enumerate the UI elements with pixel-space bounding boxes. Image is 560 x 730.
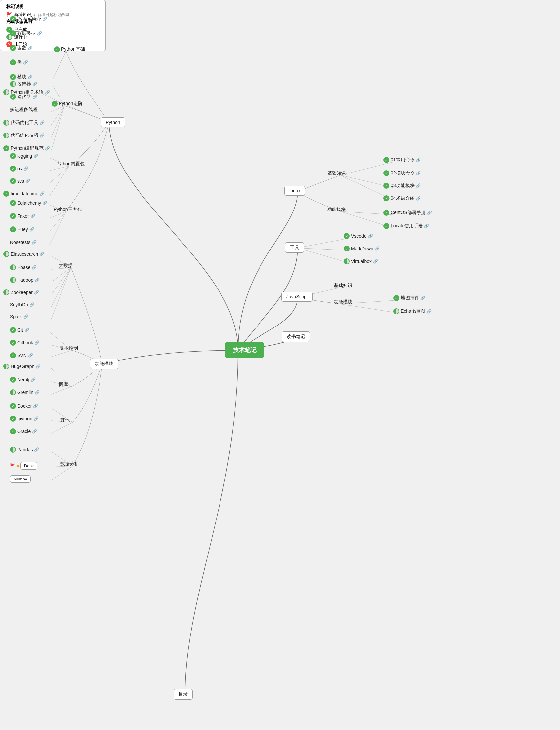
center-label[interactable]: 技术笔记 bbox=[225, 342, 264, 358]
sqlalchemy-node[interactable]: ✓ Sqlalchemy 🔗 bbox=[10, 200, 47, 206]
cmd01-label[interactable]: 01常用命令 bbox=[391, 157, 415, 163]
modules-label[interactable]: 模块 bbox=[17, 74, 26, 80]
hadoop-label[interactable]: Hadoop bbox=[17, 277, 33, 283]
hugegraph-node[interactable]: HugeGraph 🔗 bbox=[3, 364, 41, 369]
locale-link[interactable]: 🔗 bbox=[424, 224, 429, 228]
classes-link[interactable]: 🔗 bbox=[23, 60, 28, 65]
elasticsearch-link[interactable]: 🔗 bbox=[39, 252, 44, 257]
logging-label[interactable]: logging bbox=[17, 153, 32, 159]
nosetests-label[interactable]: Nosetests bbox=[10, 240, 30, 245]
time-node[interactable]: ✓ time/datetime 🔗 bbox=[3, 191, 45, 197]
cmd04-link[interactable]: 🔗 bbox=[416, 196, 421, 201]
center-node[interactable]: 技术笔记 bbox=[225, 342, 264, 358]
dask-node[interactable]: 🚩 ● Dask bbox=[10, 462, 37, 469]
linux-func-node[interactable]: 功能模块 bbox=[327, 207, 346, 213]
zookeeper-link[interactable]: 🔗 bbox=[34, 290, 39, 295]
markdown-link[interactable]: 🔗 bbox=[375, 246, 380, 251]
code-opt-skill-label[interactable]: 代码优化技巧 bbox=[11, 133, 38, 139]
python-advanced-node[interactable]: ✓ Python进阶 bbox=[52, 101, 83, 107]
scylladb-link[interactable]: 🔗 bbox=[29, 303, 34, 307]
data-analysis-label[interactable]: 数据分析 bbox=[60, 461, 79, 467]
dask-label[interactable]: Dask bbox=[24, 463, 34, 468]
ipython-label[interactable]: Ipython bbox=[17, 416, 32, 421]
git-node[interactable]: ✓ Git 🔗 bbox=[10, 327, 29, 333]
graph-lib-node[interactable]: 图库 bbox=[59, 382, 68, 387]
python-builtin-node[interactable]: Python内置包 bbox=[56, 161, 85, 167]
os-label[interactable]: os bbox=[17, 166, 22, 171]
virtualbox-node[interactable]: Virtualbox 🔗 bbox=[344, 259, 378, 264]
markdown-node[interactable]: ✓ MarkDown 🔗 bbox=[344, 246, 380, 252]
multithread-node[interactable]: 多进程多线程 bbox=[10, 107, 38, 113]
vscode-label[interactable]: Vscode bbox=[351, 233, 367, 239]
virtualbox-label[interactable]: Virtualbox bbox=[351, 259, 372, 264]
code-opt-skill-node[interactable]: 代码优化技巧 🔗 bbox=[3, 133, 45, 139]
cmd03-label[interactable]: 03功能模块 bbox=[391, 183, 415, 189]
modules-link[interactable]: 🔗 bbox=[28, 75, 33, 79]
cmd02-node[interactable]: ✓ 02模块命令 🔗 bbox=[383, 170, 421, 176]
js-basic-label[interactable]: 基础知识 bbox=[334, 283, 352, 289]
cmd04-node[interactable]: ✓ 04术语介绍 🔗 bbox=[383, 195, 421, 201]
hugegraph-label[interactable]: HugeGraph bbox=[11, 364, 34, 369]
gitbook-label[interactable]: Gitbook bbox=[17, 340, 33, 345]
spark-label[interactable]: Spark bbox=[10, 314, 22, 319]
modules-node[interactable]: ✓ 模块 🔗 bbox=[10, 74, 33, 80]
huey-link[interactable]: 🔗 bbox=[29, 227, 34, 232]
js-func-label[interactable]: 功能模块 bbox=[334, 299, 352, 305]
scylladb-label[interactable]: ScyllaDb bbox=[10, 302, 28, 307]
gitbook-node[interactable]: ✓ Gitbook 🔗 bbox=[10, 340, 39, 346]
nosetests-link[interactable]: 🔗 bbox=[32, 240, 37, 245]
numpy-box[interactable]: Numpy bbox=[10, 475, 31, 483]
huey-label[interactable]: Huey bbox=[17, 227, 28, 232]
sys-node[interactable]: ✓ sys 🔗 bbox=[10, 178, 30, 184]
neo4j-label[interactable]: Neo4j bbox=[17, 377, 29, 382]
hbase-link[interactable]: 🔗 bbox=[32, 265, 37, 270]
decorator-node[interactable]: 装饰器 🔗 bbox=[10, 81, 37, 87]
functional-module-node[interactable]: 功能模块 bbox=[90, 359, 118, 369]
functions-link[interactable]: 🔗 bbox=[28, 46, 33, 50]
coding-standard-label[interactable]: Python编码规范 bbox=[11, 145, 44, 151]
tools-node[interactable]: 工具 bbox=[285, 242, 304, 253]
virtualbox-link[interactable]: 🔗 bbox=[373, 259, 378, 264]
python-intro-label[interactable]: Python简介 bbox=[17, 16, 41, 22]
code-opt-tool-link[interactable]: 🔗 bbox=[40, 120, 45, 125]
hbase-node[interactable]: Hbase 🔗 bbox=[10, 264, 37, 270]
python-intro-node[interactable]: ✓ Python简介 🔗 bbox=[10, 16, 47, 22]
data-types-link[interactable]: 🔗 bbox=[37, 31, 42, 36]
bigdata-label[interactable]: 大数据 bbox=[59, 263, 73, 269]
cmd01-link[interactable]: 🔗 bbox=[416, 158, 421, 162]
cmd02-link[interactable]: 🔗 bbox=[416, 171, 421, 176]
vscode-link[interactable]: 🔗 bbox=[368, 234, 373, 238]
python-related-link[interactable]: 🔗 bbox=[45, 90, 50, 95]
docker-node[interactable]: ✓ Docker 🔗 bbox=[10, 403, 38, 409]
directory-node[interactable]: 目录 bbox=[174, 689, 193, 700]
classes-node[interactable]: ✓ 类 🔗 bbox=[10, 60, 28, 65]
echarts-node[interactable]: Echarts画图 🔗 bbox=[393, 308, 432, 314]
python-advanced-label[interactable]: Python进阶 bbox=[59, 101, 83, 107]
directory-label[interactable]: 目录 bbox=[174, 689, 193, 700]
map-plugin-node[interactable]: ✓ 地图插件 🔗 bbox=[393, 295, 425, 301]
reading-notes-node[interactable]: 读书笔记 bbox=[282, 332, 310, 342]
cmd04-label[interactable]: 04术语介绍 bbox=[391, 195, 415, 201]
sys-link[interactable]: 🔗 bbox=[25, 179, 30, 183]
time-label[interactable]: time/datetime bbox=[11, 191, 38, 196]
tools-label[interactable]: 工具 bbox=[285, 242, 304, 253]
echarts-link[interactable]: 🔗 bbox=[427, 309, 432, 314]
zookeeper-node[interactable]: Zookeeper 🔗 bbox=[3, 290, 39, 296]
git-label[interactable]: Git bbox=[17, 328, 23, 333]
map-plugin-link[interactable]: 🔗 bbox=[420, 296, 425, 301]
coding-standard-node[interactable]: ✓ Python编码规范 🔗 bbox=[3, 145, 50, 151]
neo4j-link[interactable]: 🔗 bbox=[31, 377, 36, 382]
pandas-node[interactable]: Pandas 🔗 bbox=[10, 447, 39, 453]
multithread-label[interactable]: 多进程多线程 bbox=[10, 107, 38, 113]
code-opt-tool-node[interactable]: 代码优化工具 🔗 bbox=[3, 120, 45, 126]
reading-notes-label[interactable]: 读书笔记 bbox=[282, 332, 310, 342]
decorator-label[interactable]: 装饰器 bbox=[17, 81, 31, 87]
svn-label[interactable]: SVN bbox=[17, 353, 27, 358]
faker-node[interactable]: ✓ Faker 🔗 bbox=[10, 213, 35, 219]
iterator-link[interactable]: 🔗 bbox=[32, 95, 37, 99]
spark-node[interactable]: Spark 🔗 bbox=[10, 314, 28, 319]
bigdata-node[interactable]: 大数据 bbox=[59, 263, 73, 269]
oracle-node[interactable]: ✓ Oracle 🔗 bbox=[10, 428, 37, 434]
classes-label[interactable]: 类 bbox=[17, 60, 22, 65]
javascript-node[interactable]: JavaScript bbox=[281, 292, 313, 302]
